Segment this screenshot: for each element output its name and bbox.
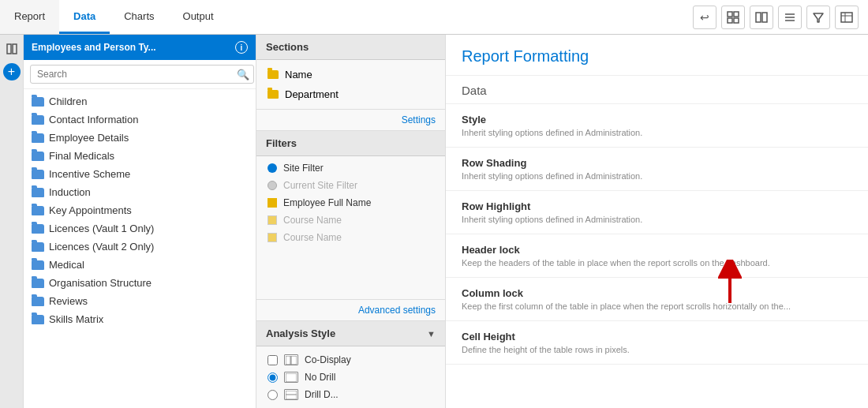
drill-icon	[284, 389, 298, 400]
table-button[interactable]	[835, 6, 859, 29]
format-row-title: Column lock	[462, 287, 852, 299]
tree-item-licences2[interactable]: Licences (Vault 2 Only)	[24, 238, 256, 256]
nav-charts[interactable]: Charts	[110, 0, 168, 34]
analysis-options: Co-Display No Drill Drill D...	[256, 346, 445, 408]
tree-item-label: Employee Details	[49, 132, 129, 144]
format-row-desc: Inherit styling options defined in Admin…	[462, 128, 852, 137]
svg-rect-14	[13, 44, 17, 54]
search-bar: 🔍	[24, 60, 256, 89]
formatting-section-label: Data	[446, 76, 868, 104]
list-view-button[interactable]	[778, 6, 802, 29]
format-row-rowshading: Row Shading Inherit styling options defi…	[446, 148, 868, 191]
filter-indicator	[268, 163, 277, 173]
tree-item-key-appointments[interactable]: Key Appointments	[24, 201, 256, 219]
format-row-title: Header lock	[462, 244, 852, 256]
svg-rect-2	[728, 18, 732, 23]
info-icon[interactable]: i	[235, 41, 248, 54]
filter-course-name-1[interactable]: Course Name	[256, 211, 445, 229]
section-folder-icon	[268, 90, 279, 99]
format-row-title: Cell Height	[462, 331, 852, 342]
drill-label: Drill D...	[305, 389, 339, 400]
datasource-header: Employees and Person Ty... i	[24, 35, 256, 60]
filter-label: Site Filter	[283, 163, 324, 174]
nav-output[interactable]: Output	[169, 0, 228, 34]
filter-button[interactable]	[806, 6, 830, 29]
format-row-title: Style	[462, 114, 852, 125]
settings-link[interactable]: Settings	[256, 110, 445, 131]
folder-icon	[32, 152, 44, 161]
datasource-panel: Employees and Person Ty... i 🔍 Children …	[24, 35, 256, 408]
folder-icon	[32, 97, 44, 107]
top-nav: Report Data Charts Output ↩	[0, 0, 868, 35]
nodrill-radio[interactable]	[268, 372, 278, 383]
tree-item-contact[interactable]: Contact Information	[24, 110, 256, 129]
sidebar-toggle-button[interactable]	[4, 41, 20, 57]
advanced-settings-link[interactable]: Advanced settings	[256, 300, 445, 321]
toolbar-right: ↩	[683, 0, 868, 34]
datasource-tree: Children Contact Information Employee De…	[24, 89, 256, 408]
grid-view-button[interactable]	[721, 6, 745, 29]
filter-current-site[interactable]: Current Site Filter	[256, 177, 445, 194]
option-codisplay[interactable]: Co-Display	[266, 351, 436, 369]
codisplay-checkbox[interactable]	[268, 355, 278, 365]
format-row-title: Row Shading	[462, 157, 852, 169]
add-datasource-button[interactable]: +	[3, 63, 21, 80]
main-content: + Employees and Person Ty... i 🔍 Childre…	[0, 35, 868, 408]
tree-item-skills[interactable]: Skills Matrix	[24, 310, 256, 328]
tree-item-reviews[interactable]: Reviews	[24, 292, 256, 310]
sections-header: Sections	[256, 35, 445, 60]
mid-panel: Sections Name Department Settings Filter…	[256, 35, 446, 408]
format-row-desc: Inherit styling options defined in Admin…	[462, 215, 852, 224]
tree-item-incentive[interactable]: Incentive Scheme	[24, 165, 256, 183]
section-item-name[interactable]: Name	[256, 65, 445, 84]
filter-course-name-2[interactable]: Course Name	[256, 229, 445, 246]
tree-item-label: Incentive Scheme	[49, 168, 130, 180]
nav-data[interactable]: Data	[59, 0, 110, 34]
tree-item-licences1[interactable]: Licences (Vault 1 Only)	[24, 219, 256, 238]
nav-report[interactable]: Report	[0, 0, 59, 34]
filter-label: Course Name	[283, 215, 342, 226]
tree-item-induction[interactable]: Induction	[24, 183, 256, 201]
filter-label: Course Name	[283, 232, 342, 243]
folder-icon	[32, 115, 44, 125]
svg-rect-10	[841, 13, 852, 22]
folder-icon	[32, 133, 44, 143]
tree-item-org[interactable]: Organisation Structure	[24, 274, 256, 292]
filter-indicator	[268, 181, 277, 190]
filter-indicator	[268, 215, 277, 225]
chevron-down-icon[interactable]: ▼	[427, 329, 436, 339]
report-formatting-panel: Report Formatting Data Style Inherit sty…	[446, 35, 868, 408]
tree-item-label: Reviews	[49, 295, 88, 307]
filter-indicator	[268, 233, 277, 242]
drill-radio[interactable]	[268, 390, 278, 400]
svg-rect-3	[734, 18, 739, 23]
format-row-cellheight: Cell Height Define the height of the tab…	[446, 321, 868, 365]
search-input[interactable]	[30, 65, 254, 84]
svg-rect-5	[762, 13, 767, 22]
split-view-button[interactable]	[750, 6, 773, 29]
tree-item-employee[interactable]: Employee Details	[24, 129, 256, 147]
filter-site[interactable]: Site Filter	[256, 159, 445, 177]
folder-icon	[32, 315, 44, 324]
format-row-columnlock: Column lock Keep the first column of the…	[446, 278, 868, 321]
analysis-style-header: Analysis Style ▼	[256, 321, 445, 346]
format-row-desc: Keep the headers of the table in place w…	[462, 258, 852, 268]
svg-rect-17	[286, 373, 297, 382]
section-item-department[interactable]: Department	[256, 84, 445, 104]
format-row-title: Row Highlight	[462, 200, 852, 212]
tree-item-medicals[interactable]: Final Medicals	[24, 147, 256, 165]
tree-item-medical[interactable]: Medical	[24, 256, 256, 274]
tree-item-label: Licences (Vault 2 Only)	[49, 241, 154, 253]
tree-item-children[interactable]: Children	[24, 92, 256, 110]
filters-header: Filters	[256, 131, 445, 156]
undo-button[interactable]: ↩	[693, 6, 716, 29]
tree-item-label: Children	[49, 95, 87, 107]
option-drill[interactable]: Drill D...	[266, 386, 436, 403]
format-row-rowhighlight: Row Highlight Inherit styling options de…	[446, 191, 868, 234]
tree-item-label: Key Appointments	[49, 204, 132, 216]
tree-item-label: Licences (Vault 1 Only)	[49, 223, 154, 234]
option-nodrill[interactable]: No Drill	[266, 369, 436, 386]
filters-list: Site Filter Current Site Filter Employee…	[256, 156, 445, 300]
section-folder-icon	[268, 70, 279, 79]
filter-employee-name[interactable]: Employee Full Name	[256, 194, 445, 211]
